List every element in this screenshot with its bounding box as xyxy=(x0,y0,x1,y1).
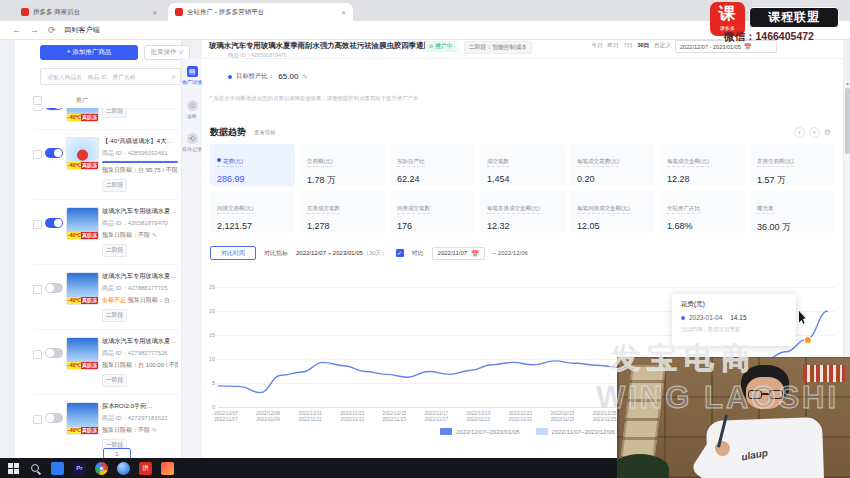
metric-label: 实际投产比 xyxy=(397,158,425,167)
app-blue-icon[interactable] xyxy=(51,462,64,475)
metric-card[interactable]: 交易额(元)1.78 万 xyxy=(300,144,385,186)
gear-icon[interactable]: ⚙ xyxy=(824,128,831,137)
compare-from-input[interactable]: 2022/11/07 📅 xyxy=(432,247,485,260)
media-icon[interactable] xyxy=(161,462,174,475)
range-tab-今日[interactable]: 今日 xyxy=(591,42,602,50)
row-checkbox[interactable] xyxy=(33,220,42,229)
reload-icon[interactable]: ⟳ xyxy=(48,25,56,35)
edit-icon[interactable]: ✎ xyxy=(150,427,157,433)
budget-text: 预算日限额：不限 xyxy=(102,232,150,238)
promo-toggle[interactable] xyxy=(45,283,63,293)
metric-card[interactable]: 曝光量36.00 万 xyxy=(750,191,835,233)
forward-icon[interactable]: → xyxy=(30,25,39,35)
product-info: 预算日限额：不限 ✎二阶段 xyxy=(102,108,178,118)
thumb-tag-antifreeze: 真防冻 xyxy=(81,297,98,304)
product-id: 商品 ID：427982777526 xyxy=(102,349,178,358)
promo-toggle[interactable] xyxy=(45,218,63,228)
highlight-point xyxy=(804,336,812,344)
chrome-icon[interactable] xyxy=(95,462,108,475)
goal-roi-row: 目标投产比： 65.00 ✎ xyxy=(228,72,308,81)
metric-card[interactable]: 直接成交笔数1,278 xyxy=(300,191,385,233)
metric-card[interactable]: 成交笔数1,454 xyxy=(480,144,565,186)
course-badge: 课程联盟 xyxy=(749,7,839,28)
prev-page-icon[interactable]: ‹ xyxy=(794,127,805,138)
product-thumbnail: -40℃真防冻 xyxy=(66,137,99,170)
product-search-input[interactable] xyxy=(45,73,172,81)
select-all-checkbox[interactable] xyxy=(33,96,42,105)
product-info: 玻璃水汽车专用玻璃水夏…商品 ID：426581879470预算日限额：不限 ✎… xyxy=(102,207,178,257)
metric-card[interactable]: 实际投产比62.24 xyxy=(390,144,475,186)
metric-label: 每笔直接成交金额(元) xyxy=(487,205,540,214)
row-checkbox[interactable] xyxy=(33,415,42,424)
sphere-icon[interactable] xyxy=(117,462,130,475)
range-tab-7日[interactable]: 7日 xyxy=(624,42,633,50)
pagination-page-1[interactable]: 1 xyxy=(103,448,131,458)
metric-card[interactable]: 直接交易额(元)1.57 万 xyxy=(750,144,835,186)
product-row[interactable]: -40℃真防冻预算日限额：不限 ✎二阶段 xyxy=(33,108,178,130)
metric-card[interactable]: 每笔间接成交金额(元)12.05 xyxy=(570,191,655,233)
next-page-icon[interactable]: › xyxy=(809,127,820,138)
pinduoduo-icon[interactable]: 拼 xyxy=(139,462,152,475)
compare-from-value: 2022/11/07 xyxy=(438,250,468,256)
row-checkbox[interactable] xyxy=(33,150,42,159)
compare-checkbox[interactable]: ✓ xyxy=(396,249,404,257)
tab-close-icon[interactable]: × xyxy=(152,8,157,17)
product-row[interactable]: -40℃真防冻玻璃水汽车专用玻璃水夏…商品 ID：427982777526预算日… xyxy=(33,330,178,395)
goal-roi-value: 65.00 xyxy=(278,72,298,81)
promo-toggle[interactable] xyxy=(45,148,63,158)
stage-badge: 二阶段 xyxy=(102,309,127,322)
metric-card[interactable]: 每笔成交花费(元)0.20 xyxy=(570,144,655,186)
metric-card[interactable]: 每笔成交金额(元)12.28 xyxy=(660,144,745,186)
search-icon[interactable] xyxy=(29,462,42,475)
product-thumbnail: -40℃真防冻 xyxy=(66,207,99,240)
budget-text: 预算日限额：自 100.00 / 不限 xyxy=(102,362,178,368)
start-icon[interactable] xyxy=(7,462,20,475)
tick-date-compare: 2022/11/19 xyxy=(457,417,499,423)
browser-tab-promotion[interactable]: 全站推广 - 拼多多营销平台 × xyxy=(168,3,353,21)
budget-line: 预算日限额：自 100.00 / 不限 xyxy=(102,361,178,370)
edit-icon[interactable]: ✎ xyxy=(302,73,307,81)
tooltip-note: 当日归因，数据次日更新 xyxy=(681,326,787,333)
mini-nav-item-推广详情[interactable]: ▤推广详情 xyxy=(182,66,202,86)
promo-toggle[interactable] xyxy=(45,348,63,358)
metric-card[interactable]: 全站推广占比1.68% xyxy=(660,191,745,233)
add-promo-product-button[interactable]: + 添加推广商品 xyxy=(40,45,138,60)
browser-tab-merchant[interactable]: 拼多多 商家后台 × xyxy=(14,3,164,21)
x-axis-tick: 2022/12/112022/11/11 xyxy=(289,411,331,423)
budget-line: 预算日限额：不限 ✎ xyxy=(102,231,178,240)
range-tab-自定义[interactable]: 自定义 xyxy=(654,42,671,50)
range-tab-30日[interactable]: 30日 xyxy=(637,42,649,50)
mini-nav-item-操作记录[interactable]: ⟲操作记录 xyxy=(182,133,202,153)
search-icon[interactable]: ⌕ xyxy=(172,72,176,82)
product-row[interactable]: -40℃真防冻探本ROI2.0学药…商品 ID：427297183622预算日限… xyxy=(33,395,178,449)
row-checkbox[interactable] xyxy=(33,108,42,111)
tab-close-icon[interactable]: × xyxy=(341,8,346,17)
metric-card[interactable]: 间接成交笔数176 xyxy=(390,191,475,233)
compare-time-button[interactable]: 对比时间 xyxy=(210,246,256,260)
metric-card[interactable]: 间接交易额(元)2,121.57 xyxy=(210,191,295,233)
range-tab-昨日[interactable]: 昨日 xyxy=(607,42,618,50)
metric-value: 12.05 xyxy=(577,221,648,231)
metric-label: 曝光量 xyxy=(757,205,774,214)
metric-card[interactable]: 花费(元)286.99 xyxy=(210,144,295,186)
tick-date-compare: 2022/11/07 xyxy=(205,417,247,423)
url-text[interactable]: 回到客户端 xyxy=(65,25,100,35)
promo-toggle[interactable] xyxy=(45,108,63,110)
view-metrics-link[interactable]: 查看指标 xyxy=(254,129,276,136)
row-checkbox[interactable] xyxy=(33,285,42,294)
product-row[interactable]: -40℃真防冻玻璃水汽车专用玻璃水夏…商品 ID：426581879470预算日… xyxy=(33,200,178,265)
promo-toggle[interactable] xyxy=(45,413,63,423)
metric-card[interactable]: 每笔直接成交金额(元)12.32 xyxy=(480,191,565,233)
edit-icon[interactable]: ✎ xyxy=(150,232,157,238)
scrollbar-up-icon[interactable]: ▲ xyxy=(844,80,850,87)
back-icon[interactable]: ← xyxy=(12,25,21,35)
product-row[interactable]: -40℃真防冻【-40°高级玻璃水】4大…商品 ID：428596032461预… xyxy=(33,130,178,200)
premiere-icon[interactable]: Pr xyxy=(73,462,86,475)
scrollbar-thumb[interactable] xyxy=(845,88,850,154)
compare-metric-button[interactable]: 对比指标 xyxy=(264,249,288,258)
product-row[interactable]: -40℃真防冻玻璃水汽车专用玻璃水夏…商品 ID：427888177715余额不… xyxy=(33,265,178,330)
tab-label: 全站推广 - 拼多多营销平台 xyxy=(187,8,337,17)
row-checkbox[interactable] xyxy=(33,350,42,359)
mini-nav-item-诊断[interactable]: ◎诊断 xyxy=(182,100,202,120)
product-info: 玻璃水汽车专用玻璃水夏…商品 ID：427888177715余额不足 预算日限额… xyxy=(102,272,178,322)
